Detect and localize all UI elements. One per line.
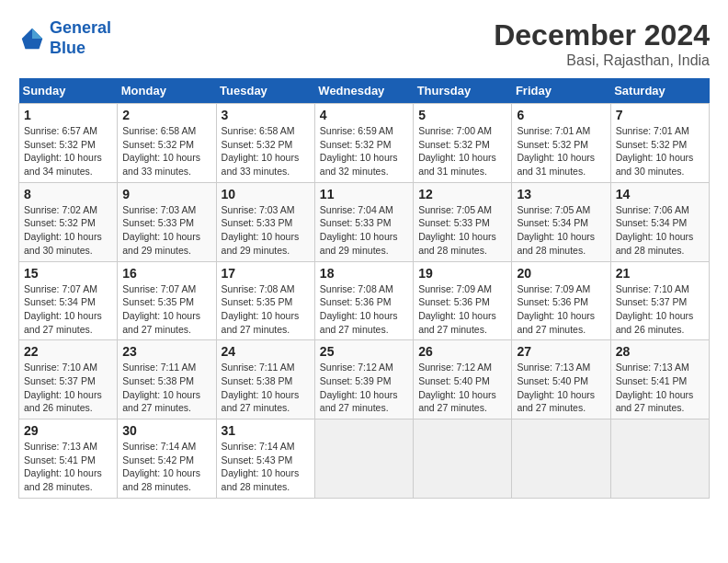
calendar-cell: 29 Sunrise: 7:13 AM Sunset: 5:41 PM Dayl… (19, 419, 118, 499)
header: General Blue December 2024 Basi, Rajasth… (18, 18, 710, 69)
calendar-cell (512, 419, 610, 499)
calendar-cell: 21 Sunrise: 7:10 AM Sunset: 5:37 PM Dayl… (610, 261, 709, 340)
logo-text: General Blue (50, 18, 111, 58)
header-row: Sunday Monday Tuesday Wednesday Thursday… (19, 78, 710, 104)
day-info: Sunrise: 6:58 AM Sunset: 5:32 PM Dayligh… (222, 124, 310, 178)
day-number: 14 (616, 187, 704, 201)
day-info: Sunrise: 7:12 AM Sunset: 5:39 PM Dayligh… (320, 361, 408, 415)
day-number: 23 (122, 344, 210, 359)
day-number: 12 (418, 187, 506, 201)
day-info: Sunrise: 7:10 AM Sunset: 5:37 PM Dayligh… (24, 361, 112, 415)
calendar-cell: 24 Sunrise: 7:11 AM Sunset: 5:38 PM Dayl… (216, 340, 314, 419)
col-monday: Monday (118, 78, 216, 104)
calendar-week-3: 15 Sunrise: 7:07 AM Sunset: 5:34 PM Dayl… (19, 261, 710, 340)
day-number: 5 (418, 108, 506, 122)
day-number: 31 (222, 423, 310, 438)
calendar-cell: 5 Sunrise: 7:00 AM Sunset: 5:32 PM Dayli… (414, 104, 512, 183)
day-number: 27 (517, 344, 605, 359)
day-info: Sunrise: 7:01 AM Sunset: 5:32 PM Dayligh… (517, 124, 605, 178)
day-info: Sunrise: 7:13 AM Sunset: 5:41 PM Dayligh… (616, 361, 704, 415)
calendar-cell: 25 Sunrise: 7:12 AM Sunset: 5:39 PM Dayl… (314, 340, 413, 419)
calendar-cell: 12 Sunrise: 7:05 AM Sunset: 5:33 PM Dayl… (414, 182, 512, 261)
calendar-cell: 1 Sunrise: 6:57 AM Sunset: 5:32 PM Dayli… (19, 104, 118, 183)
day-number: 29 (24, 423, 112, 438)
calendar-cell (610, 419, 709, 499)
day-info: Sunrise: 7:03 AM Sunset: 5:33 PM Dayligh… (222, 203, 310, 258)
calendar-cell: 10 Sunrise: 7:03 AM Sunset: 5:33 PM Dayl… (216, 182, 314, 261)
day-info: Sunrise: 7:11 AM Sunset: 5:38 PM Dayligh… (122, 361, 210, 415)
day-info: Sunrise: 7:12 AM Sunset: 5:40 PM Dayligh… (418, 361, 506, 415)
day-info: Sunrise: 6:58 AM Sunset: 5:32 PM Dayligh… (122, 124, 210, 178)
day-info: Sunrise: 7:11 AM Sunset: 5:38 PM Dayligh… (222, 361, 310, 415)
month-title: December 2024 (494, 18, 710, 52)
calendar-cell: 2 Sunrise: 6:58 AM Sunset: 5:32 PM Dayli… (118, 104, 216, 183)
calendar-cell: 11 Sunrise: 7:04 AM Sunset: 5:33 PM Dayl… (314, 182, 413, 261)
day-number: 16 (122, 266, 210, 281)
day-info: Sunrise: 7:09 AM Sunset: 5:36 PM Dayligh… (418, 282, 506, 337)
day-info: Sunrise: 7:05 AM Sunset: 5:33 PM Dayligh… (418, 203, 506, 258)
day-info: Sunrise: 7:07 AM Sunset: 5:34 PM Dayligh… (24, 282, 112, 337)
day-number: 28 (616, 344, 704, 359)
day-info: Sunrise: 6:57 AM Sunset: 5:32 PM Dayligh… (24, 124, 112, 178)
col-tuesday: Tuesday (216, 78, 314, 104)
day-info: Sunrise: 7:08 AM Sunset: 5:35 PM Dayligh… (222, 282, 310, 337)
col-wednesday: Wednesday (314, 78, 413, 104)
day-number: 24 (222, 344, 310, 359)
day-info: Sunrise: 7:05 AM Sunset: 5:34 PM Dayligh… (517, 203, 605, 258)
calendar-cell: 7 Sunrise: 7:01 AM Sunset: 5:32 PM Dayli… (610, 104, 709, 183)
day-number: 26 (418, 344, 506, 359)
calendar-week-1: 1 Sunrise: 6:57 AM Sunset: 5:32 PM Dayli… (19, 104, 710, 183)
day-info: Sunrise: 6:59 AM Sunset: 5:32 PM Dayligh… (320, 124, 408, 178)
calendar-cell: 30 Sunrise: 7:14 AM Sunset: 5:42 PM Dayl… (118, 419, 216, 499)
title-section: December 2024 Basi, Rajasthan, India (494, 18, 710, 69)
day-number: 17 (222, 266, 310, 281)
calendar-week-4: 22 Sunrise: 7:10 AM Sunset: 5:37 PM Dayl… (19, 340, 710, 419)
day-number: 9 (122, 187, 210, 201)
calendar-cell: 19 Sunrise: 7:09 AM Sunset: 5:36 PM Dayl… (414, 261, 512, 340)
calendar-cell: 23 Sunrise: 7:11 AM Sunset: 5:38 PM Dayl… (118, 340, 216, 419)
calendar-cell: 31 Sunrise: 7:14 AM Sunset: 5:43 PM Dayl… (216, 419, 314, 499)
calendar-cell: 14 Sunrise: 7:06 AM Sunset: 5:34 PM Dayl… (610, 182, 709, 261)
calendar-cell: 9 Sunrise: 7:03 AM Sunset: 5:33 PM Dayli… (118, 182, 216, 261)
day-info: Sunrise: 7:02 AM Sunset: 5:32 PM Dayligh… (24, 203, 112, 258)
day-info: Sunrise: 7:01 AM Sunset: 5:32 PM Dayligh… (616, 124, 704, 178)
day-info: Sunrise: 7:13 AM Sunset: 5:41 PM Dayligh… (24, 440, 112, 494)
logo-icon (18, 25, 46, 52)
day-number: 2 (122, 108, 210, 122)
day-info: Sunrise: 7:04 AM Sunset: 5:33 PM Dayligh… (320, 203, 408, 258)
day-number: 18 (320, 266, 408, 281)
calendar-cell: 3 Sunrise: 6:58 AM Sunset: 5:32 PM Dayli… (216, 104, 314, 183)
calendar-cell: 8 Sunrise: 7:02 AM Sunset: 5:32 PM Dayli… (19, 182, 118, 261)
day-info: Sunrise: 7:06 AM Sunset: 5:34 PM Dayligh… (616, 203, 704, 258)
day-number: 10 (222, 187, 310, 201)
day-info: Sunrise: 7:07 AM Sunset: 5:35 PM Dayligh… (122, 282, 210, 337)
day-number: 19 (418, 266, 506, 281)
day-info: Sunrise: 7:03 AM Sunset: 5:33 PM Dayligh… (122, 203, 210, 258)
logo: General Blue (18, 18, 111, 58)
day-number: 8 (24, 187, 112, 201)
day-info: Sunrise: 7:14 AM Sunset: 5:43 PM Dayligh… (222, 440, 310, 494)
day-info: Sunrise: 7:08 AM Sunset: 5:36 PM Dayligh… (320, 282, 408, 337)
calendar-cell: 22 Sunrise: 7:10 AM Sunset: 5:37 PM Dayl… (19, 340, 118, 419)
col-saturday: Saturday (610, 78, 709, 104)
day-number: 15 (24, 266, 112, 281)
day-number: 21 (616, 266, 704, 281)
calendar-week-5: 29 Sunrise: 7:13 AM Sunset: 5:41 PM Dayl… (19, 419, 710, 499)
day-info: Sunrise: 7:09 AM Sunset: 5:36 PM Dayligh… (517, 282, 605, 337)
day-number: 11 (320, 187, 408, 201)
day-number: 30 (122, 423, 210, 438)
calendar-cell: 28 Sunrise: 7:13 AM Sunset: 5:41 PM Dayl… (610, 340, 709, 419)
day-number: 13 (517, 187, 605, 201)
calendar-cell: 4 Sunrise: 6:59 AM Sunset: 5:32 PM Dayli… (314, 104, 413, 183)
calendar-cell: 27 Sunrise: 7:13 AM Sunset: 5:40 PM Dayl… (512, 340, 610, 419)
day-number: 3 (222, 108, 310, 122)
calendar-cell: 17 Sunrise: 7:08 AM Sunset: 5:35 PM Dayl… (216, 261, 314, 340)
calendar-cell: 20 Sunrise: 7:09 AM Sunset: 5:36 PM Dayl… (512, 261, 610, 340)
col-thursday: Thursday (414, 78, 512, 104)
col-friday: Friday (512, 78, 610, 104)
calendar-cell (314, 419, 413, 499)
day-number: 25 (320, 344, 408, 359)
location-title: Basi, Rajasthan, India (494, 52, 710, 69)
day-number: 1 (24, 108, 112, 122)
day-info: Sunrise: 7:10 AM Sunset: 5:37 PM Dayligh… (616, 282, 704, 337)
